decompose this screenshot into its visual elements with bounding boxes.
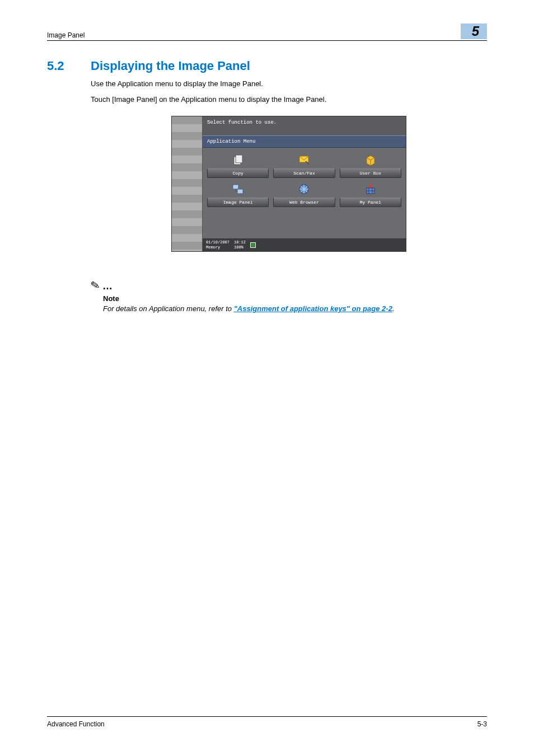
body-paragraph-2: Touch [Image Panel] on the Application m… — [91, 95, 487, 105]
application-menu-grid: Copy Scan/Fax User Box — [203, 148, 406, 210]
note-pen-icon: ✎ — [90, 278, 101, 293]
web-browser-label: Web Browser — [273, 198, 335, 207]
body-paragraph-1: Use the Application menu to display the … — [91, 79, 487, 89]
page-header: Image Panel 5 — [47, 24, 487, 41]
screenshot-status-bar: 01/10/2007 Memory 10:12 100% — [203, 238, 406, 251]
note-dots-icon: … — [102, 280, 115, 292]
image-panel-button[interactable]: Image Panel — [207, 182, 269, 207]
footer-left: Advanced Function — [47, 720, 105, 728]
svg-point-10 — [369, 184, 372, 187]
section-heading: 5.2 Displaying the Image Panel — [47, 59, 487, 73]
status-date: 01/10/2007 — [206, 240, 229, 245]
my-panel-button[interactable]: My Panel — [340, 182, 401, 207]
embedded-screenshot: Select function to use. Application Menu… — [171, 116, 406, 252]
screenshot-instruction: Select function to use. — [203, 116, 406, 135]
my-panel-label: My Panel — [340, 198, 401, 207]
note-text-prefix: For details on Application menu, refer t… — [103, 304, 234, 313]
svg-rect-1 — [236, 155, 242, 163]
copy-icon — [230, 153, 246, 167]
screenshot-blank-area — [203, 210, 406, 238]
svg-rect-3 — [233, 185, 238, 189]
copy-label: Copy — [207, 168, 269, 178]
chapter-number-tab: 5 — [461, 24, 487, 39]
note-crossref-link[interactable]: "Assignment of application keys" on page… — [234, 304, 392, 313]
copy-button[interactable]: Copy — [207, 153, 269, 178]
image-panel-label: Image Panel — [207, 198, 269, 207]
page-footer: Advanced Function 5-3 — [47, 716, 487, 728]
note-block: ✎ … Note For details on Application menu… — [91, 279, 487, 314]
section-number: 5.2 — [47, 59, 91, 73]
user-box-button[interactable]: User Box — [340, 153, 401, 178]
web-browser-button[interactable]: Web Browser — [273, 182, 335, 207]
footer-right: 5-3 — [477, 720, 487, 728]
user-box-icon — [363, 153, 378, 167]
web-browser-icon — [296, 182, 312, 196]
my-panel-icon — [363, 182, 378, 196]
application-menu-title: Application Menu — [203, 135, 406, 148]
user-box-label: User Box — [340, 168, 401, 178]
note-text: For details on Application menu, refer t… — [103, 304, 487, 314]
section-title: Displaying the Image Panel — [91, 59, 250, 73]
scan-fax-button[interactable]: Scan/Fax — [273, 153, 335, 178]
status-memory-value: 100% — [234, 245, 246, 250]
status-time: 10:12 — [234, 240, 246, 245]
image-panel-icon — [230, 182, 246, 196]
ready-indicator-icon — [250, 242, 256, 248]
svg-rect-4 — [237, 189, 243, 194]
note-label: Note — [103, 294, 487, 303]
running-head: Image Panel — [47, 31, 85, 39]
screenshot-side-tabs — [172, 116, 203, 251]
scan-fax-icon — [296, 153, 312, 167]
note-text-suffix: . — [392, 304, 395, 313]
status-memory-label: Memory — [206, 245, 229, 250]
scan-fax-label: Scan/Fax — [273, 168, 335, 178]
